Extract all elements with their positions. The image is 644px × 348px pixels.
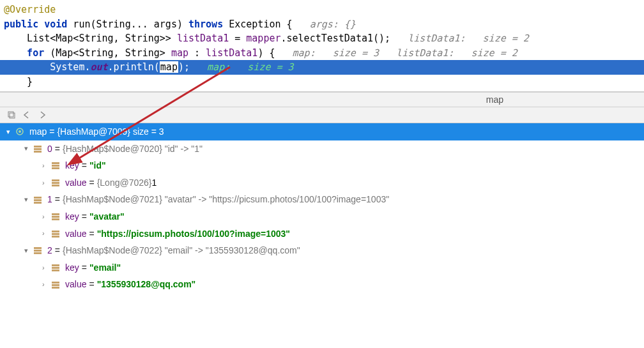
svg-rect-18 — [52, 218, 59, 220]
tree-node-value: 1 — [152, 174, 157, 192]
svg-rect-28 — [52, 282, 59, 284]
svg-rect-0 — [8, 112, 13, 117]
svg-rect-21 — [52, 236, 59, 238]
tree-node-value: {HashMap$Node@7020} "id" -> "1" — [63, 140, 203, 158]
object-icon — [51, 212, 63, 221]
chevron-down-icon[interactable]: ▾ — [24, 244, 33, 257]
tree-node-value: {HashMap$Node@7021} "avatar" -> "https:/… — [63, 191, 389, 208]
tree-node-name: value — [65, 174, 86, 192]
tree-node[interactable]: › key = "avatar" — [0, 208, 644, 225]
code-line: for (Map<String, String> map : listData1… — [0, 46, 644, 61]
inlay-hint: map: size = 3 listData1: size = 2 — [293, 47, 518, 59]
chevron-right-icon[interactable]: › — [42, 261, 51, 275]
tree-node-name: key — [65, 259, 79, 276]
tree-node-value: {HashMap$Node@7022} "email" -> "13559301… — [63, 242, 300, 259]
svg-rect-17 — [52, 216, 59, 218]
tree-node-name: value — [65, 276, 86, 293]
selected-variable: map — [160, 61, 178, 73]
svg-rect-9 — [52, 167, 59, 169]
svg-rect-11 — [52, 182, 59, 184]
object-icon — [51, 263, 63, 272]
tree-node-value: "email" — [89, 259, 121, 276]
tree-node[interactable]: › key = "id" — [0, 157, 644, 174]
svg-rect-15 — [34, 202, 42, 204]
svg-rect-1 — [10, 113, 15, 118]
chevron-right-icon[interactable]: › — [42, 159, 51, 172]
code-line: List<Map<String, String>> listData1 = ma… — [0, 31, 644, 46]
tree-node-value: {HashMap@7009} size = 3 — [57, 123, 164, 140]
tree-node-name: key — [65, 157, 79, 174]
debug-variable-bar: map — [0, 92, 644, 107]
svg-rect-4 — [34, 146, 42, 148]
svg-rect-16 — [52, 213, 59, 215]
arrow-right-icon[interactable] — [37, 110, 47, 120]
code-line: } — [0, 75, 644, 89]
svg-rect-24 — [34, 252, 42, 254]
chevron-down-icon[interactable]: ▾ — [24, 193, 33, 206]
tree-node-name: 1 — [47, 191, 52, 208]
svg-rect-10 — [52, 179, 59, 181]
tree-node-value: "1355930128@qq.com" — [97, 276, 196, 293]
tree-node[interactable]: › value = "1355930128@qq.com" — [0, 276, 644, 293]
annotation-override: @Override — [4, 4, 56, 15]
code-line: public void run(String... args) throws E… — [0, 17, 644, 32]
svg-rect-20 — [52, 233, 59, 235]
code-editor[interactable]: @Override public void run(String... args… — [0, 0, 644, 92]
object-icon — [51, 161, 63, 170]
tree-node[interactable]: › key = "email" — [0, 259, 644, 276]
tree-node[interactable]: › value = {Long@7026} 1 — [0, 174, 644, 192]
svg-rect-22 — [34, 247, 42, 249]
tree-node-value: "avatar" — [89, 208, 125, 225]
tree-node[interactable]: ▾ 1 = {HashMap$Node@7021} "avatar" -> "h… — [0, 191, 644, 208]
tree-node-name: value — [65, 225, 86, 243]
inlay-hint: args: {} — [310, 19, 356, 30]
object-icon — [51, 280, 63, 289]
svg-rect-7 — [52, 162, 59, 164]
svg-rect-27 — [52, 269, 59, 271]
svg-rect-29 — [52, 284, 59, 286]
variables-tree[interactable]: ▾ map = {HashMap@7009} size = 3 ▾ 0 = {H… — [0, 123, 644, 293]
chevron-right-icon[interactable]: › — [42, 227, 51, 240]
tree-node[interactable]: ▾ 0 = {HashMap$Node@7020} "id" -> "1" — [0, 140, 644, 158]
tree-node-value: "https://picsum.photos/100/100?image=100… — [97, 225, 290, 243]
object-icon — [51, 178, 63, 187]
object-icon — [33, 195, 45, 204]
tree-node[interactable]: ▾ 2 = {HashMap$Node@7022} "email" -> "13… — [0, 242, 644, 259]
debug-toolbar — [0, 107, 644, 123]
watch-icon — [15, 127, 27, 136]
svg-rect-8 — [52, 165, 59, 167]
svg-rect-12 — [52, 185, 59, 186]
chevron-right-icon[interactable]: › — [42, 278, 51, 291]
inlay-hint: listData1: size = 2 — [408, 33, 529, 44]
svg-rect-19 — [52, 231, 59, 232]
chevron-right-icon[interactable]: › — [42, 210, 51, 223]
copy-icon[interactable] — [6, 110, 17, 120]
object-icon — [33, 144, 45, 153]
object-icon — [51, 229, 63, 238]
tree-node-value: "id" — [89, 157, 106, 174]
tree-node-name: 2 — [47, 242, 52, 259]
tree-node-name: map — [29, 123, 47, 140]
svg-rect-25 — [52, 264, 59, 266]
svg-rect-5 — [34, 148, 42, 150]
svg-rect-13 — [34, 197, 42, 199]
object-icon — [33, 246, 45, 255]
arrow-left-icon[interactable] — [22, 110, 32, 120]
svg-rect-23 — [34, 250, 42, 252]
code-line-current: System.out.println(map); map: size = 3 — [0, 60, 644, 75]
chevron-down-icon[interactable]: ▾ — [6, 125, 15, 139]
svg-rect-30 — [52, 287, 59, 289]
svg-rect-14 — [34, 199, 42, 201]
debug-variable-label: map — [486, 95, 503, 105]
svg-rect-6 — [34, 151, 42, 153]
code-line: @Override — [0, 3, 644, 17]
svg-point-3 — [19, 130, 21, 133]
chevron-right-icon[interactable]: › — [42, 176, 51, 190]
tree-node-name: 0 — [47, 140, 52, 158]
tree-node[interactable]: › value = "https://picsum.photos/100/100… — [0, 225, 644, 243]
tree-node-name: key — [65, 208, 79, 225]
tree-root[interactable]: ▾ map = {HashMap@7009} size = 3 — [0, 123, 644, 140]
inlay-hint: map: size = 3 — [207, 61, 293, 73]
svg-rect-26 — [52, 267, 59, 269]
chevron-down-icon[interactable]: ▾ — [24, 142, 33, 155]
